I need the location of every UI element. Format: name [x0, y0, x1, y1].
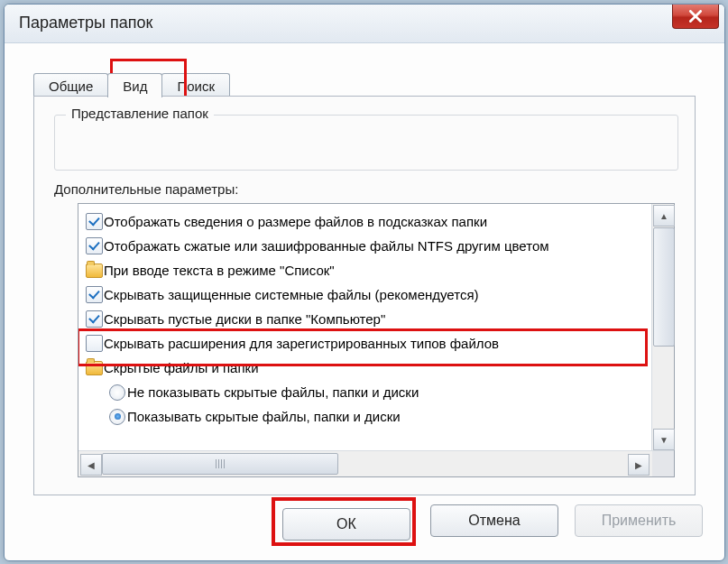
tab-general[interactable]: Общие [33, 73, 108, 97]
opt-show-hidden[interactable]: Показывать скрытые файлы, папки и диски [84, 404, 652, 429]
advanced-settings-label: Дополнительные параметры: [54, 181, 238, 197]
opt-label: Скрывать расширения для зарегистрированн… [104, 336, 499, 351]
groupbox-legend: Представление папок [66, 106, 214, 121]
checkbox-icon [86, 310, 103, 328]
opt-label: Скрывать защищенные системные файлы (рек… [104, 287, 479, 302]
list-body: Отображать сведения о размере файлов в п… [78, 204, 652, 451]
radio-icon [109, 409, 125, 425]
hscroll-thumb[interactable] [102, 453, 338, 475]
scroll-left-arrow-icon[interactable]: ◀ [80, 454, 102, 476]
dialog-buttons: ОК Отмена Применить [5, 504, 724, 541]
folder-options-window: Параметры папок Общие Вид Поиск Представ… [4, 4, 725, 561]
opt-label: Не показывать скрытые файлы, папки и дис… [127, 384, 419, 400]
checkbox-icon [86, 335, 103, 352]
opt-hide-known-extensions[interactable]: Скрывать расширения для зарегистрированн… [84, 331, 652, 356]
tab-strip: Общие Вид Поиск [33, 68, 229, 97]
checkbox-icon [86, 237, 103, 254]
group-list-typing: При вводе текста в режиме "Список" [84, 258, 652, 282]
close-icon [689, 10, 702, 23]
folder-icon [86, 361, 103, 375]
tab-search-label: Поиск [177, 79, 215, 94]
advanced-settings-list: Отображать сведения о размере файлов в п… [78, 203, 675, 477]
groupbox-folder-views: Представление папок [54, 115, 678, 171]
highlight-ok-button: ОК [279, 504, 414, 541]
opt-hide-protected-os-files[interactable]: Скрывать защищенные системные файлы (рек… [84, 282, 652, 307]
checkbox-icon [86, 286, 103, 303]
opt-label: Отображать сжатые или зашифрованные файл… [104, 238, 549, 254]
folder-icon [86, 264, 103, 278]
vscroll-thumb[interactable] [653, 227, 675, 347]
tab-view[interactable]: Вид [107, 73, 162, 97]
opt-show-size-tooltips[interactable]: Отображать сведения о размере файлов в п… [84, 209, 652, 234]
opt-label: При вводе текста в режиме "Список" [104, 263, 335, 278]
opt-label: Показывать скрытые файлы, папки и диски [127, 409, 401, 424]
tab-view-label: Вид [123, 79, 147, 94]
group-hidden-files: Скрытые файлы и папки [84, 356, 652, 380]
window-title: Параметры папок [19, 14, 152, 32]
hscroll-track[interactable] [102, 453, 629, 473]
opt-hide-empty-drives[interactable]: Скрывать пустые диски в папке "Компьютер… [84, 307, 652, 331]
scroll-corner [652, 451, 674, 476]
opt-show-ntfs-color[interactable]: Отображать сжатые или зашифрованные файл… [84, 234, 652, 258]
scroll-right-arrow-icon[interactable]: ▶ [628, 454, 650, 476]
scroll-up-arrow-icon[interactable]: ▲ [653, 205, 675, 227]
opt-label: Скрытые файлы и папки [104, 360, 259, 375]
radio-icon [109, 384, 125, 401]
tab-general-label: Общие [49, 79, 93, 94]
tab-panel-view: Представление папок Дополнительные парам… [33, 96, 696, 495]
close-button[interactable] [672, 5, 719, 29]
apply-button[interactable]: Применить [575, 504, 703, 537]
opt-label: Отображать сведения о размере файлов в п… [104, 214, 487, 229]
ok-button[interactable]: ОК [282, 508, 410, 541]
vertical-scrollbar[interactable]: ▲ ▼ [651, 204, 674, 451]
titlebar: Параметры папок [5, 5, 724, 43]
checkbox-icon [86, 213, 103, 230]
horizontal-scrollbar[interactable]: ◀ ▶ [78, 450, 674, 476]
opt-label: Скрывать пустые диски в папке "Компьютер… [104, 311, 385, 327]
tab-search[interactable]: Поиск [161, 73, 230, 97]
cancel-button[interactable]: Отмена [430, 504, 558, 537]
opt-dont-show-hidden[interactable]: Не показывать скрытые файлы, папки и дис… [84, 380, 652, 404]
scroll-down-arrow-icon[interactable]: ▼ [653, 429, 675, 450]
